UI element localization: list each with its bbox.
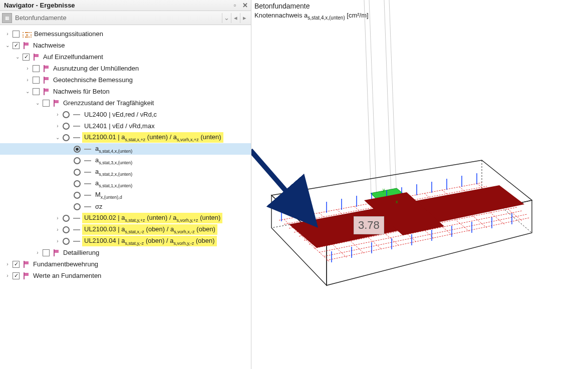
checkbox[interactable]: ✓	[13, 261, 20, 268]
tree-row-einzel[interactable]: ⌄ ✓ Auf Einzelfundament	[0, 51, 251, 63]
chevron-right-icon[interactable]: ›	[54, 112, 61, 117]
tree-row-fundbewehrung[interactable]: › ✓ Fundamentbewehrung	[0, 258, 251, 270]
flag-icon	[23, 272, 30, 279]
results-tree: › Bemessungssituationen ⌄ ✓ Nachweise ⌄ …	[0, 25, 251, 369]
tree-row-ul2400[interactable]: › UL2400 | νEd,red / νRd,c	[0, 109, 251, 120]
tree-label: as,stat,3,x,(unten)	[93, 156, 134, 165]
tree-row-as1[interactable]: as,stat,1,x,(unten)	[0, 178, 251, 189]
panel-dock-icon[interactable]: ▫	[231, 2, 239, 10]
checkbox[interactable]: ✓	[13, 272, 20, 279]
tree-label: UL2100.02 | as,stat,y,+z (unten) / as,vo…	[82, 213, 222, 224]
dash-icon	[73, 137, 80, 138]
tree-row-ul2100-01[interactable]: ⌄ UL2100.01 | as,stat,x,+z (unten) / as,…	[0, 132, 251, 143]
tree-row-grenzzustand[interactable]: ⌄ Grenzzustand der Tragfähigkeit	[0, 97, 251, 109]
tree-row-geotechnik[interactable]: › Geotechnische Bemessung	[0, 74, 251, 86]
panel-toolbar: ▦ Betonfundamente ⌄ ◂ ▸	[0, 11, 251, 25]
checkbox[interactable]	[13, 31, 20, 38]
model-render	[251, 0, 588, 369]
tree-row-nachweis-beton[interactable]: ⌄ Nachweis für Beton	[0, 86, 251, 97]
tree-label: Detaillierung	[61, 249, 101, 256]
radio[interactable]	[63, 123, 70, 130]
combo-dropdown-icon[interactable]: ⌄	[222, 13, 231, 23]
tree-row-as3[interactable]: as,stat,3,x,(unten)	[0, 155, 251, 166]
panel-close-icon[interactable]: ✕	[241, 2, 249, 10]
tree-row-ul2100-04[interactable]: › UL2100.04 | as,stat,y,-z (oben) / as,v…	[0, 235, 251, 247]
radio[interactable]	[63, 238, 70, 245]
chevron-right-icon[interactable]: ›	[34, 250, 41, 255]
checkbox[interactable]	[43, 249, 50, 256]
dash-icon	[84, 183, 91, 184]
tree-label: σz	[93, 203, 105, 210]
tree-row-werte[interactable]: › ✓ Werte an Fundamenten	[0, 270, 251, 281]
chevron-right-icon[interactable]: ›	[54, 123, 61, 129]
radio[interactable]	[63, 134, 70, 141]
nav-next-icon[interactable]: ▸	[240, 13, 249, 23]
tree-row-detail[interactable]: › Detaillierung	[0, 247, 251, 258]
checkbox[interactable]: ✓	[23, 54, 30, 61]
radio[interactable]	[74, 146, 81, 153]
tree-row-nachweise[interactable]: ⌄ ✓ Nachweise	[0, 40, 251, 51]
tree-label: UL2100.01 | as,stat,x,+z (unten) / as,vo…	[82, 132, 223, 143]
axis-y-label: y	[383, 187, 385, 192]
tree-label: UL2100.04 | as,stat,y,-z (oben) / as,vor…	[82, 236, 217, 247]
flag-icon	[23, 42, 30, 49]
tree-row-bemessung[interactable]: › Bemessungssituationen	[0, 28, 251, 40]
radio[interactable]	[74, 192, 81, 199]
radio[interactable]	[74, 203, 81, 210]
checkbox[interactable]	[33, 88, 40, 95]
flag-icon	[43, 88, 50, 95]
tree-row-sigz[interactable]: σz	[0, 201, 251, 212]
flag-icon	[53, 249, 60, 256]
chevron-right-icon[interactable]: ›	[4, 273, 11, 278]
chevron-down-icon[interactable]: ⌄	[24, 89, 31, 94]
svg-line-60	[251, 150, 312, 220]
tree-label: Nachweis für Beton	[51, 88, 112, 95]
tree-label: Werte an Fundamenten	[31, 272, 103, 279]
chevron-down-icon[interactable]: ⌄	[54, 135, 61, 140]
chevron-right-icon[interactable]: ›	[54, 227, 61, 232]
chevron-right-icon[interactable]: ›	[54, 238, 61, 244]
dash-icon	[73, 126, 80, 127]
viewport-3d[interactable]: Betonfundamente Knotennachweis as,stat,4…	[251, 0, 588, 369]
checkbox[interactable]	[33, 77, 40, 84]
tree-label: Ausnutzung der Umhüllenden	[51, 65, 141, 72]
tree-row-ausnutzung[interactable]: › Ausnutzung der Umhüllenden	[0, 63, 251, 74]
chevron-down-icon[interactable]: ⌄	[14, 54, 21, 60]
tree-row-ul2100-03[interactable]: › UL2100.03 | as,stat,x,-z (oben) / as,v…	[0, 224, 251, 235]
chevron-right-icon[interactable]: ›	[4, 31, 11, 37]
chevron-right-icon[interactable]: ›	[24, 77, 31, 83]
tree-label: as,stat,4,x,(unten)	[93, 145, 134, 154]
tree-row-as2[interactable]: as,stat,2,x,(unten)	[0, 166, 251, 178]
dash-icon	[73, 114, 80, 115]
tree-label: UL2401 | νEd / νRd,max	[82, 122, 157, 130]
chevron-right-icon[interactable]: ›	[4, 261, 11, 267]
flag-icon	[33, 54, 40, 61]
tree-row-mx[interactable]: Mx,(unten),d	[0, 189, 251, 201]
radio[interactable]	[63, 226, 70, 233]
checkbox[interactable]	[33, 65, 40, 72]
chevron-down-icon[interactable]: ⌄	[4, 43, 11, 48]
flag-icon	[23, 261, 30, 268]
radio[interactable]	[74, 157, 81, 164]
chevron-right-icon[interactable]: ›	[54, 215, 61, 221]
tree-label: UL2400 | νEd,red / νRd,c	[82, 111, 159, 118]
checkbox[interactable]	[43, 100, 50, 107]
tree-row-ul2100-02[interactable]: › UL2100.02 | as,stat,y,+z (unten) / as,…	[0, 212, 251, 224]
chevron-down-icon[interactable]: ⌄	[34, 100, 41, 106]
chevron-right-icon[interactable]: ›	[24, 66, 31, 71]
radio[interactable]	[63, 215, 70, 222]
tree-label: as,stat,1,x,(unten)	[93, 179, 134, 188]
tree-label: Grenzzustand der Tragfähigkeit	[61, 99, 156, 107]
radio[interactable]	[74, 180, 81, 187]
checkbox[interactable]: ✓	[13, 42, 20, 49]
panel-header: Navigator - Ergebnisse ▫ ✕	[0, 0, 251, 11]
radio[interactable]	[63, 111, 70, 118]
flag-icon	[43, 65, 50, 72]
tree-row-as4[interactable]: as,stat,4,x,(unten)	[0, 143, 251, 155]
tree-label: Mx,(unten),d	[93, 191, 124, 200]
tree-row-ul2401[interactable]: › UL2401 | νEd / νRd,max	[0, 120, 251, 132]
combo-label[interactable]: Betonfundamente	[15, 14, 222, 22]
radio[interactable]	[74, 169, 81, 176]
nav-prev-icon[interactable]: ◂	[231, 13, 240, 23]
result-value-label: 3.78	[354, 216, 384, 234]
